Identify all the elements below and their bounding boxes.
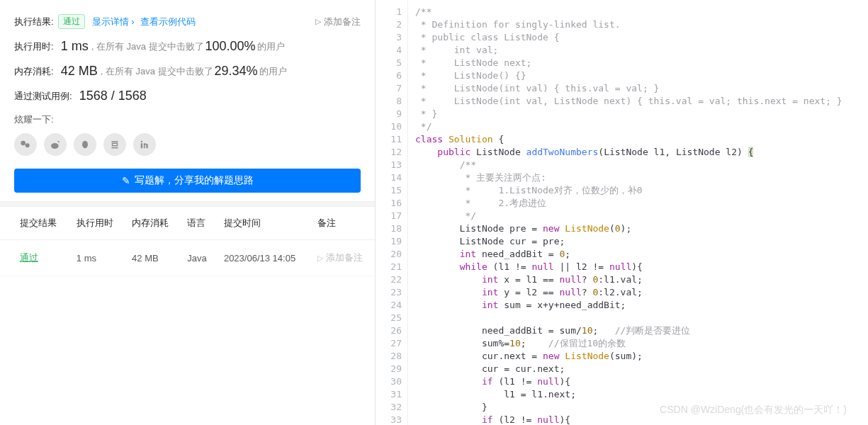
svg-point-0 — [21, 141, 26, 146]
exec-result-label: 执行结果: — [14, 16, 54, 28]
row-add-note[interactable]: ▷添加备注 — [317, 251, 368, 264]
exec-time-label: 执行用时: — [14, 40, 54, 53]
svg-point-8 — [141, 141, 142, 142]
th-time: 执行用时 — [69, 207, 125, 240]
line-gutter: 1234567891011121314151617181920212223242… — [376, 0, 408, 425]
flag-icon: ▷ — [317, 254, 323, 263]
memory-text-pre: , 在所有 Java 提交中击败了 — [101, 65, 213, 78]
share-title: 炫耀一下: — [14, 113, 361, 126]
exec-time-text-pre: , 在所有 Java 提交中击败了 — [91, 40, 204, 53]
svg-rect-5 — [113, 143, 118, 146]
douban-icon[interactable] — [103, 133, 126, 156]
exec-time-value: 1 ms — [61, 39, 89, 54]
result-panel: 执行结果: 通过 显示详情 › 查看示例代码 ▷ 添加备注 执行用时: 1 ms… — [0, 0, 376, 425]
add-note-button[interactable]: ▷ 添加备注 — [315, 16, 361, 28]
row-lang: Java — [180, 240, 217, 276]
th-result: 提交结果 — [0, 207, 69, 240]
svg-point-3 — [82, 141, 88, 149]
status-badge: 通过 — [58, 14, 85, 29]
linkedin-icon[interactable] — [133, 133, 156, 156]
exec-time-text-post: 的用户 — [257, 40, 285, 53]
divider — [0, 201, 375, 207]
passed-cases-value: 1568 / 1568 — [79, 89, 147, 103]
flag-icon: ▷ — [315, 17, 321, 26]
memory-pct: 29.34% — [215, 64, 258, 79]
passed-cases-label: 通过测试用例: — [14, 90, 72, 103]
svg-point-2 — [51, 143, 59, 149]
submission-table: 提交结果 执行用时 内存消耗 语言 提交时间 备注 通过 1 ms 42 MB … — [0, 207, 375, 276]
wechat-icon[interactable] — [14, 133, 37, 156]
row-memory: 42 MB — [125, 240, 180, 276]
memory-label: 内存消耗: — [14, 65, 54, 78]
th-memory: 内存消耗 — [125, 207, 180, 240]
view-sample-link[interactable]: 查看示例代码 — [140, 16, 196, 28]
code-editor[interactable]: 1234567891011121314151617181920212223242… — [376, 0, 868, 425]
table-row[interactable]: 通过 1 ms 42 MB Java 2023/06/13 14:05 ▷添加备… — [0, 240, 375, 276]
code-content[interactable]: /** * Definition for singly-linked list.… — [408, 0, 868, 425]
show-detail-link[interactable]: 显示详情 › — [92, 16, 135, 28]
svg-rect-7 — [141, 143, 142, 148]
memory-text-post: 的用户 — [259, 65, 287, 78]
row-submitted: 2023/06/13 14:05 — [217, 240, 310, 276]
qq-icon[interactable] — [74, 133, 96, 156]
th-lang: 语言 — [180, 207, 217, 240]
row-time: 1 ms — [69, 240, 125, 276]
weibo-icon[interactable] — [44, 133, 67, 156]
memory-value: 42 MB — [61, 64, 98, 79]
pencil-icon: ✎ — [122, 175, 130, 186]
exec-time-pct: 100.00% — [205, 39, 256, 54]
th-submitted: 提交时间 — [217, 207, 310, 240]
write-solution-button[interactable]: ✎ 写题解，分享我的解题思路 — [14, 169, 361, 193]
svg-point-1 — [26, 143, 30, 147]
th-note: 备注 — [310, 207, 375, 240]
row-result-link[interactable]: 通过 — [20, 252, 38, 263]
